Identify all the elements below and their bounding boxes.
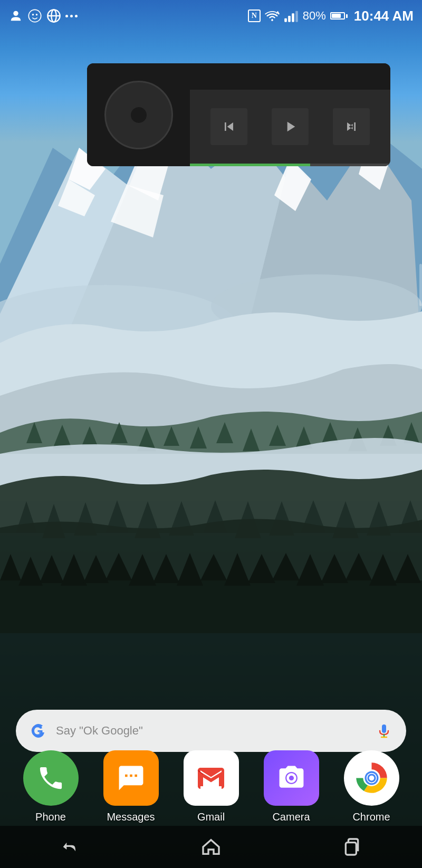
svg-marker-25 [322,422,339,443]
chrome-icon[interactable] [344,750,399,806]
svg-marker-39 [332,501,359,538]
svg-marker-2 [0,148,237,369]
gmail-icon[interactable] [184,750,239,806]
svg-marker-15 [53,425,72,449]
battery-icon [330,12,348,20]
signal-icon [284,8,299,23]
svg-marker-34 [169,501,194,536]
svg-marker-57 [321,554,348,583]
svg-marker-23 [269,425,286,446]
svg-point-13 [211,274,422,338]
media-play-button[interactable] [272,108,309,145]
svg-marker-21 [216,422,233,443]
svg-marker-48 [106,553,132,580]
album-art-circle [104,81,173,149]
media-controls [190,63,390,166]
battery-percent-text: 80% [303,9,326,23]
emoji-icon [27,8,42,23]
recents-button[interactable] [333,828,370,865]
svg-text:G: G [31,722,43,739]
globe-icon [46,8,61,23]
svg-marker-27 [380,425,397,446]
svg-marker-24 [295,426,312,449]
messages-icon[interactable] [103,750,159,806]
chrome-app[interactable]: Chrome [344,750,399,823]
media-progress-fill [190,164,310,166]
svg-rect-69 [284,18,287,22]
status-left-icons [8,8,78,23]
svg-marker-30 [42,504,65,538]
svg-marker-26 [348,427,367,451]
svg-marker-17 [111,422,128,443]
svg-marker-32 [106,500,129,533]
svg-point-12 [0,285,237,369]
back-button[interactable] [52,828,89,865]
svg-point-62 [28,9,41,22]
svg-marker-36 [235,501,261,538]
more-dots [65,15,78,17]
svg-marker-41 [398,500,422,533]
svg-marker-37 [269,501,294,536]
svg-marker-29 [16,501,37,533]
chrome-label: Chrome [352,811,390,823]
svg-marker-4 [58,179,95,216]
media-prev-button[interactable] [210,108,247,145]
svg-marker-58 [346,553,372,580]
media-next-button[interactable] [333,108,370,145]
phone-label: Phone [35,811,66,823]
svg-rect-71 [292,13,294,22]
album-art [87,63,190,166]
svg-marker-52 [200,554,227,580]
account-icon [8,8,23,23]
wifi-icon [265,8,280,23]
search-placeholder: Say "Ok Google" [56,724,375,738]
microphone-icon[interactable] [375,721,394,740]
svg-marker-53 [224,553,251,586]
svg-marker-55 [272,553,300,580]
gmail-label: Gmail [197,811,225,823]
svg-marker-10 [274,158,311,211]
camera-app[interactable]: Camera [264,750,319,823]
google-search-bar[interactable]: G Say "Ok Google" [16,710,406,752]
svg-marker-33 [135,501,161,538]
svg-marker-31 [74,502,97,536]
clock: 10:44 AM [354,8,414,24]
svg-rect-70 [288,16,291,22]
album-art-inner [131,107,147,123]
media-buttons [190,90,390,164]
svg-point-61 [13,11,18,16]
svg-marker-50 [153,554,179,583]
nfc-icon: N [248,9,261,22]
svg-marker-38 [301,500,326,533]
svg-rect-81 [346,843,356,855]
svg-marker-51 [177,553,203,586]
svg-point-68 [271,19,273,21]
svg-marker-49 [129,554,156,586]
svg-marker-8 [111,185,164,237]
svg-marker-20 [190,426,207,449]
phone-icon[interactable] [23,750,79,806]
home-button[interactable] [193,828,229,865]
svg-marker-35 [203,500,227,533]
status-bar: N 80% [0,0,422,32]
camera-icon[interactable] [264,750,319,806]
svg-rect-72 [295,11,298,22]
camera-label: Camera [272,811,310,823]
svg-marker-16 [82,426,98,446]
svg-marker-40 [367,501,391,536]
scroll-indicator [419,264,422,306]
gmail-app[interactable]: Gmail [184,750,239,823]
phone-app[interactable]: Phone [23,750,79,823]
svg-marker-28 [404,422,419,443]
svg-marker-18 [137,427,156,451]
svg-marker-9 [237,137,422,369]
svg-marker-43 [0,554,21,580]
svg-point-64 [36,14,38,16]
svg-marker-19 [164,426,179,446]
navigation-bar [0,826,422,868]
svg-marker-59 [369,554,397,586]
messages-app[interactable]: Messages [103,750,159,823]
app-dock: Phone Messages Gmail [0,750,422,823]
svg-marker-47 [83,555,109,583]
google-logo: G [28,720,50,741]
